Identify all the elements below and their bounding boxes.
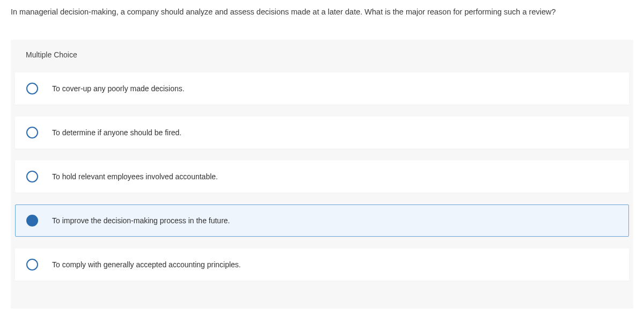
quiz-panel: Multiple Choice To cover-up any poorly m… <box>11 40 633 309</box>
radio-icon <box>26 259 38 270</box>
option-0[interactable]: To cover-up any poorly made decisions. <box>15 72 629 105</box>
option-text: To cover-up any poorly made decisions. <box>52 84 185 93</box>
question-text: In managerial decision-making, a company… <box>0 0 644 24</box>
radio-icon <box>26 171 38 182</box>
option-text: To comply with generally accepted accoun… <box>52 260 241 269</box>
options-container: To cover-up any poorly made decisions. T… <box>11 72 633 281</box>
option-text: To determine if anyone should be fired. <box>52 128 181 137</box>
option-text: To improve the decision-making process i… <box>52 216 230 225</box>
radio-icon <box>26 127 38 138</box>
section-label: Multiple Choice <box>11 50 633 72</box>
radio-icon <box>26 215 38 226</box>
option-1[interactable]: To determine if anyone should be fired. <box>15 116 629 149</box>
option-4[interactable]: To comply with generally accepted accoun… <box>15 248 629 281</box>
radio-icon <box>26 83 38 94</box>
option-text: To hold relevant employees involved acco… <box>52 172 218 181</box>
option-3[interactable]: To improve the decision-making process i… <box>15 204 629 237</box>
option-2[interactable]: To hold relevant employees involved acco… <box>15 160 629 193</box>
